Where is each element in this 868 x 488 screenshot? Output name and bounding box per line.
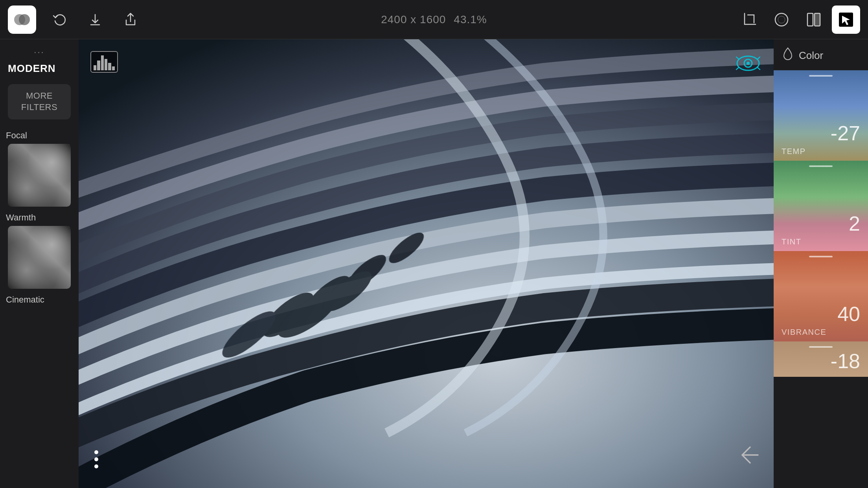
dot-2: [94, 457, 98, 461]
tint-value: 2: [849, 212, 860, 235]
dot-3: [94, 464, 98, 468]
svg-line-27: [736, 57, 739, 59]
more-filters-button[interactable]: MOREFILTERS: [8, 84, 71, 119]
svg-rect-13: [8, 226, 71, 289]
histogram-overlay[interactable]: [90, 51, 118, 73]
vignette-tool[interactable]: [767, 6, 796, 34]
share-button[interactable]: [119, 8, 142, 31]
toolbar-center: 2400 x 1600 43.1%: [381, 13, 487, 26]
main-content: ··· MODERN MOREFILTERS Focal: [0, 39, 868, 488]
dot-1: [94, 450, 98, 454]
bottom-left-dots-overlay[interactable]: [94, 450, 98, 468]
image-area: [79, 39, 774, 488]
hist-bar-3: [101, 55, 104, 70]
right-sidebar-title: Color: [799, 50, 823, 62]
three-dots-vertical[interactable]: [94, 450, 98, 468]
tint-card[interactable]: 2 TINT: [774, 161, 868, 251]
back-arrow-overlay[interactable]: [738, 445, 762, 468]
temp-value: -27: [831, 121, 860, 145]
hist-bar-2: [97, 61, 100, 70]
vibrance-value: 40: [837, 302, 860, 326]
partial-value: -18: [831, 349, 860, 373]
cinematic-filter-section: Cinematic: [0, 291, 79, 310]
partial-card[interactable]: -18: [774, 341, 868, 377]
svg-point-12: [47, 152, 71, 176]
left-sidebar: ··· MODERN MOREFILTERS Focal: [0, 39, 79, 488]
svg-point-3: [775, 13, 788, 26]
warmth-filter-section: Warmth: [0, 209, 79, 291]
svg-line-29: [736, 67, 739, 70]
focal-filter-thumbnail[interactable]: [8, 144, 71, 207]
svg-line-28: [757, 57, 760, 59]
image-dimensions: 2400 x 1600: [381, 13, 446, 26]
app-logo[interactable]: [8, 6, 36, 34]
color-drop-icon: [782, 47, 794, 64]
toolbar-left: [8, 6, 142, 34]
hist-bar-5: [108, 63, 111, 70]
svg-point-26: [747, 62, 750, 65]
undo-button[interactable]: [48, 8, 72, 31]
temp-label: TEMP: [782, 147, 806, 156]
focal-thumb-image: [8, 144, 71, 207]
zoom-level: 43.1%: [454, 13, 487, 26]
back-arrow-icon[interactable]: [738, 445, 762, 468]
main-image: [79, 39, 774, 488]
svg-point-10: [8, 176, 48, 207]
right-sidebar-header: Color: [774, 39, 868, 70]
warmth-thumb-image: [8, 226, 71, 289]
tint-slider[interactable]: [809, 165, 833, 167]
sidebar-top: ··· MODERN MOREFILTERS: [0, 39, 79, 127]
sidebar-more-dots[interactable]: ···: [34, 47, 44, 57]
eye-icon: [734, 51, 762, 75]
compare-tool[interactable]: [800, 6, 828, 34]
svg-point-11: [27, 164, 67, 194]
svg-rect-9: [8, 144, 71, 207]
svg-point-15: [27, 246, 67, 276]
select-tool[interactable]: [832, 6, 860, 34]
hist-bar-6: [112, 66, 115, 71]
svg-line-30: [757, 67, 760, 70]
svg-rect-5: [807, 13, 813, 26]
vibrance-slider[interactable]: [809, 256, 833, 257]
temp-card[interactable]: -27 TEMP: [774, 70, 868, 161]
sidebar-section-title: MODERN: [4, 62, 75, 78]
focal-filter-section: Focal: [0, 127, 79, 209]
download-button[interactable]: [83, 8, 107, 31]
hist-bar-1: [94, 65, 96, 70]
svg-point-14: [8, 259, 48, 289]
cinematic-filter-label: Cinematic: [4, 295, 75, 305]
histogram-icon: [90, 51, 118, 73]
toolbar: 2400 x 1600 43.1%: [0, 0, 868, 39]
warmth-filter-label: Warmth: [4, 213, 75, 223]
vibrance-card[interactable]: 40 VIBRANCE: [774, 251, 868, 341]
crop-tool[interactable]: [735, 6, 763, 34]
svg-rect-6: [815, 13, 820, 26]
partial-slider[interactable]: [809, 346, 833, 348]
toolbar-right: [735, 6, 860, 34]
svg-point-1: [19, 14, 30, 25]
right-sidebar: Color -27 TEMP 2 TINT 40 VIBRANCE -18: [774, 39, 868, 488]
vibrance-label: VIBRANCE: [782, 328, 826, 337]
hist-bar-4: [105, 59, 107, 70]
svg-point-4: [778, 16, 785, 23]
eye-overlay[interactable]: [734, 51, 762, 75]
temp-slider[interactable]: [809, 75, 833, 77]
tint-label: TINT: [782, 237, 801, 246]
focal-filter-label: Focal: [4, 130, 75, 141]
warmth-filter-thumbnail[interactable]: [8, 226, 71, 289]
